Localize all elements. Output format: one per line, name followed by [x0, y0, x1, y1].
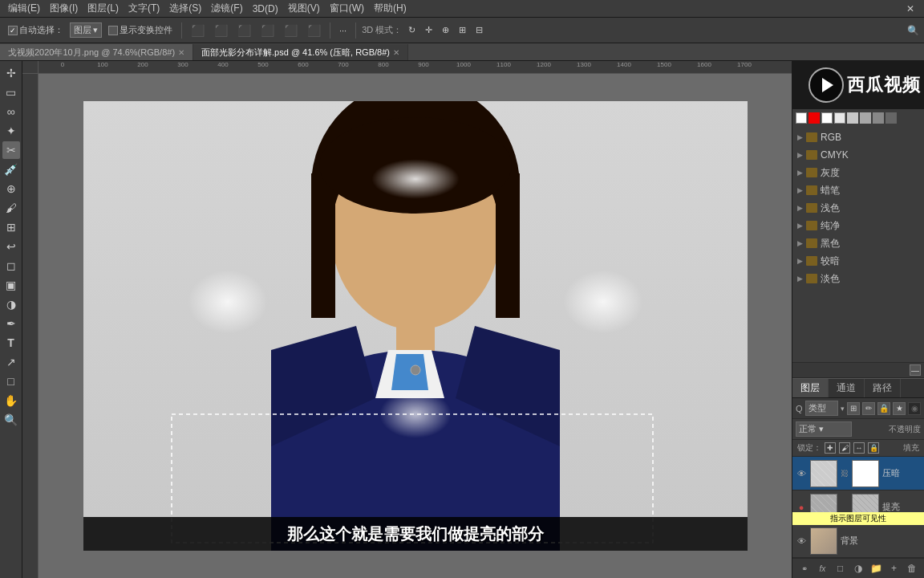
align-right-button[interactable]: ⬛ — [234, 22, 254, 39]
channel-grayscale[interactable]: ▶ 灰度 — [792, 164, 924, 181]
hand-tool[interactable]: ✋ — [2, 392, 20, 409]
channel-black[interactable]: ▶ 黑色 — [792, 234, 924, 252]
rotate-3d-icon[interactable]: ↻ — [405, 23, 419, 37]
layer-item-darken[interactable]: 👁 ⛓ 压暗 — [792, 457, 924, 490]
lock-position-button[interactable]: ↔ — [853, 442, 865, 454]
layer-dropdown[interactable]: 图层 ▾ — [70, 22, 102, 38]
blend-mode-select[interactable]: 正常 ▾ — [796, 421, 852, 437]
search-icon[interactable]: 🔍 — [907, 25, 919, 36]
select-rect-tool[interactable]: ▭ — [2, 83, 20, 101]
lock-all-button[interactable]: 🔒 — [868, 442, 879, 454]
tab-paths[interactable]: 路径 — [865, 379, 901, 397]
menu-item-filter[interactable]: 滤镜(F) — [206, 2, 247, 15]
menu-item-3d[interactable]: 3D(D) — [248, 3, 283, 14]
camera-3d-icon[interactable]: ⊞ — [456, 23, 469, 37]
layer-visibility-eye[interactable]: 👁 — [796, 469, 807, 478]
lasso-tool[interactable]: ∞ — [2, 103, 20, 120]
swatch-white[interactable] — [796, 112, 807, 124]
dodge-tool[interactable]: ◑ — [2, 295, 20, 313]
zoom-3d-icon[interactable]: ⊕ — [439, 23, 452, 37]
type-tool[interactable]: T — [2, 334, 20, 352]
align-center-h-button[interactable]: ⬛ — [211, 22, 231, 39]
channel-darker[interactable]: ▶ 较暗 — [792, 252, 924, 270]
pen-tool[interactable]: ✒ — [2, 315, 20, 332]
more-options-button[interactable]: ··· — [336, 24, 350, 37]
window-close-button[interactable]: ✕ — [900, 3, 921, 14]
crop-tool[interactable]: ✂ — [2, 141, 20, 159]
filter-toggle[interactable]: ◉ — [908, 402, 921, 415]
link-layers-button[interactable]: ⚭ — [797, 561, 812, 576]
tab-2[interactable]: 面部光影分布详解.psd @ 41.6% (压暗, RGB/8#) ✕ — [193, 44, 408, 60]
channel-light[interactable]: ▶ 浅色 — [792, 199, 924, 217]
new-layer-button[interactable]: + — [887, 561, 902, 576]
layer-item-brighten[interactable]: ● 提亮 指示图层可见性 — [792, 490, 924, 524]
channel-rgb[interactable]: ▶ RGB — [792, 128, 924, 146]
auto-select-checkbox[interactable]: ✓ 自动选择： — [5, 22, 67, 38]
menu-item-text[interactable]: 文字(T) — [124, 2, 164, 15]
tab-channels[interactable]: 通道 — [829, 379, 865, 397]
path-select-tool[interactable]: ↗ — [2, 353, 20, 371]
delete-layer-button[interactable]: 🗑 — [905, 561, 919, 576]
eyedropper-tool[interactable]: 💉 — [2, 161, 20, 178]
layer-item-background[interactable]: 👁 背景 — [792, 524, 924, 558]
swatch-lightgray[interactable] — [834, 112, 845, 124]
canvas-content[interactable]: 那么这个就是需要我们做提亮的部分 — [38, 74, 792, 578]
swatch-gray1[interactable] — [847, 112, 858, 124]
layer-visibility-eye-3[interactable]: 👁 — [796, 536, 807, 546]
align-bottom-button[interactable]: ⬛ — [304, 22, 324, 39]
menu-item-help[interactable]: 帮助(H) — [369, 2, 411, 15]
filter-icon-1[interactable]: ⊞ — [847, 402, 860, 415]
history-brush-tool[interactable]: ↩ — [2, 238, 20, 255]
tab-1[interactable]: 戈视频2020年10月.png @ 74.6%(RGB/8#) ✕ — [0, 44, 193, 60]
filter-icon-2[interactable]: ✏ — [862, 402, 875, 415]
lock-image-button[interactable]: 🖌 — [839, 442, 850, 454]
align-top-button[interactable]: ⬛ — [257, 22, 278, 39]
channel-arrow-icon: ▶ — [797, 275, 803, 283]
add-mask-button[interactable]: □ — [833, 561, 848, 576]
svg-marker-9 — [391, 354, 428, 390]
channel-cmyk[interactable]: ▶ CMYK — [792, 146, 924, 164]
align-left-button[interactable]: ⬛ — [188, 22, 208, 39]
layer-type-select[interactable]: 类型 — [805, 401, 838, 416]
show-transform-checkbox[interactable]: 显示变换控件 — [105, 22, 176, 38]
tab-layers[interactable]: 图层 — [792, 379, 829, 397]
magic-wand-tool[interactable]: ✦ — [2, 122, 20, 140]
menu-item-select[interactable]: 选择(S) — [164, 2, 206, 15]
layer-visibility-eye-2[interactable]: ● — [796, 503, 807, 512]
collapse-button[interactable]: — — [910, 364, 921, 376]
new-group-button[interactable]: 📁 — [869, 561, 883, 576]
channel-crayon[interactable]: ▶ 蜡笔 — [792, 181, 924, 199]
menu-item-image[interactable]: 图像(I) — [45, 2, 83, 15]
clone-tool[interactable]: ⊞ — [2, 218, 20, 236]
menu-item-window[interactable]: 窗口(W) — [325, 2, 369, 15]
align-middle-button[interactable]: ⬛ — [281, 22, 301, 39]
pan-3d-icon[interactable]: ✛ — [422, 23, 436, 37]
light-3d-icon[interactable]: ⊟ — [472, 23, 486, 37]
gradient-tool[interactable]: ▣ — [2, 276, 20, 294]
swatch-darkgray[interactable] — [886, 112, 897, 124]
menu-item-layer[interactable]: 图层(L) — [83, 2, 124, 15]
move-tool[interactable]: ✢ — [2, 64, 20, 82]
brush-tool[interactable]: 🖌 — [2, 199, 20, 217]
adjustment-button[interactable]: ◑ — [851, 561, 865, 576]
tab-1-close[interactable]: ✕ — [178, 48, 184, 57]
heal-tool[interactable]: ⊕ — [2, 180, 20, 197]
swatch-red[interactable] — [808, 112, 820, 124]
tab-2-close[interactable]: ✕ — [393, 48, 399, 57]
swatch-white2[interactable] — [821, 112, 833, 124]
tab-1-label: 戈视频2020年10月.png @ 74.6%(RGB/8#) — [8, 47, 175, 59]
play-button[interactable] — [808, 67, 844, 103]
filter-icon-3[interactable]: 🔒 — [877, 402, 890, 415]
menu-item-edit[interactable]: 编辑(E) — [3, 2, 45, 15]
channel-pale[interactable]: ▶ 淡色 — [792, 270, 924, 287]
zoom-tool[interactable]: 🔍 — [2, 411, 20, 429]
swatch-gray2[interactable] — [860, 112, 871, 124]
lock-pixels-button[interactable]: ✚ — [825, 442, 836, 454]
channel-pure[interactable]: ▶ 纯净 — [792, 217, 924, 234]
menu-item-view[interactable]: 视图(V) — [283, 2, 325, 15]
eraser-tool[interactable]: ◻ — [2, 257, 20, 275]
fx-button[interactable]: fx — [815, 561, 829, 576]
shape-tool[interactable]: □ — [2, 372, 20, 390]
filter-icon-4[interactable]: ★ — [893, 402, 906, 415]
swatch-gray3[interactable] — [873, 112, 884, 124]
